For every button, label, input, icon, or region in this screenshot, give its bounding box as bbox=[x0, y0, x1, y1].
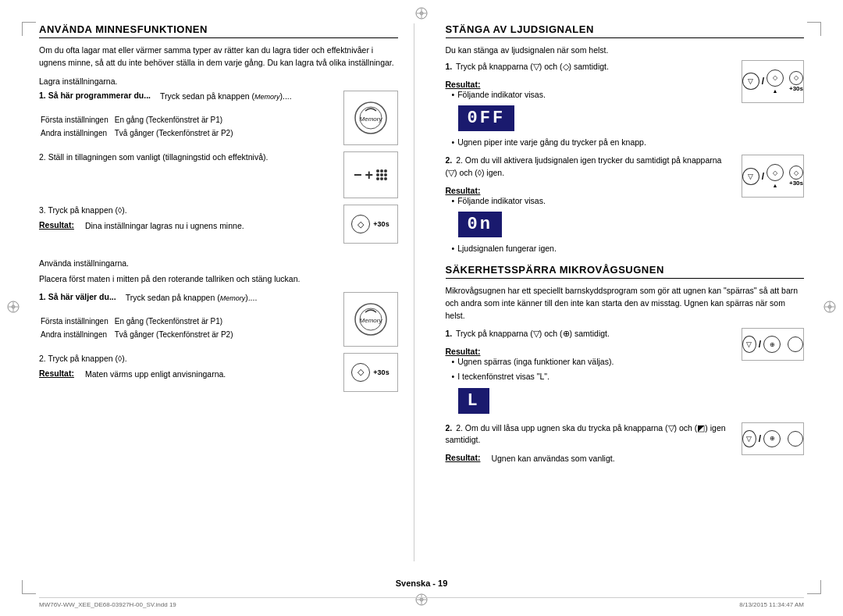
ljud-bullet1: Följande indikator visas. bbox=[446, 89, 736, 101]
step1-label: 1. Så här programmerar du... bbox=[39, 91, 151, 100]
display-on: 0n bbox=[458, 212, 502, 237]
step2b-content: 2. Tryck på knappen (◊). Resultat: Maten… bbox=[39, 353, 337, 387]
placera-text: Placera först maten i mitten på den rote… bbox=[39, 273, 398, 286]
saker-bullet1: Ugnen spärras (inga funktioner kan välja… bbox=[446, 356, 736, 369]
ljud-step2-row: 2. 2. Om du vill aktivera ljudsignalen i… bbox=[446, 155, 805, 258]
memory-button-box-2: Memory bbox=[343, 292, 398, 347]
saker-bullet2: I teckenfönstret visas "L". bbox=[446, 371, 736, 383]
down-arrow-circle-icon: ▽ bbox=[742, 73, 759, 90]
margin-mark-tl bbox=[22, 22, 36, 36]
memory-button-icon: Memory bbox=[353, 100, 389, 136]
result2-row: Resultat: Maten värms upp enligt anvisni… bbox=[39, 369, 337, 387]
right-section-title2: SÄKERHETSSPÄRRA MIKROVÅGSUGNEN bbox=[446, 264, 805, 279]
result-label: Resultat: bbox=[39, 220, 74, 230]
small-label: ▲ bbox=[773, 88, 778, 94]
ljud-intro: Du kan stänga av ljudsignalen när som he… bbox=[446, 45, 805, 57]
memory-button-icon-2: Memory bbox=[353, 301, 389, 337]
ljud-step1-text: 1. Tryck på knapparna (▽) och (◇) samtid… bbox=[446, 60, 736, 73]
ljud-step2-content: 2. 2. Om du vill aktivera ljudsignalen i… bbox=[446, 155, 736, 258]
result-row: Resultat: Dina inställningar lagras nu i… bbox=[39, 220, 337, 239]
table-cell: Första inställningen bbox=[41, 315, 113, 327]
step1-header: 1. Så här programmerar du... Tryck sedan… bbox=[39, 91, 337, 109]
saker-icon-box2: ▽ / ⊕ bbox=[742, 422, 804, 455]
controls-box: − + bbox=[343, 151, 398, 198]
step1-tryck: Tryck sedan på knappen (Memory).... bbox=[160, 91, 292, 103]
saker-step1-text: 1. Tryck på knapparna (▽) och (⊕) samtid… bbox=[446, 328, 736, 340]
step3-text: 3. Tryck på knappen (◊). bbox=[39, 205, 337, 217]
right-section-title1: STÄNGA AV LJUDSIGNALEN bbox=[446, 23, 805, 38]
diamond-icon-2: ◇ bbox=[357, 367, 364, 377]
step1b-table: Första inställningen En gång (Teckenföns… bbox=[39, 314, 239, 342]
table-cell: Första inställningen bbox=[41, 114, 113, 126]
step1b-header: 1. Så här väljer du... Tryck sedan på kn… bbox=[39, 292, 337, 311]
table-cell: En gång (Teckenfönstret är P1) bbox=[115, 114, 238, 126]
ljud-step1-row: 1. Tryck på knapparna (▽) och (◇) samtid… bbox=[446, 60, 805, 151]
slash-icon-2: / bbox=[762, 171, 764, 182]
down-arrow-circle-icon-3: ▽ bbox=[742, 336, 756, 353]
saker-step1-row: 1. Tryck på knapparna (▽) och (⊕) samtid… bbox=[446, 328, 805, 418]
left-compass-icon bbox=[6, 300, 20, 317]
down-arrow-circle-icon-4: ▽ bbox=[742, 430, 756, 447]
plus30-label: +30s bbox=[373, 220, 389, 228]
ljud-icon-box1: ▽ / ◇ ▲ ◇ +30s bbox=[742, 60, 804, 103]
step3-content: 3. Tryck på knappen (◊). Resultat: Dina … bbox=[39, 205, 337, 239]
ljud-bullet2: Ugnen piper inte varje gång du trycker p… bbox=[446, 137, 736, 149]
step1-table: Första inställningen En gång (Teckenföns… bbox=[39, 112, 239, 141]
diamond-circle-icon: ◇ bbox=[767, 69, 784, 87]
plus30s-text: +30s bbox=[789, 85, 803, 92]
saker-result2-label: Resultat: bbox=[446, 453, 481, 462]
diamond-icon: ◇ bbox=[357, 219, 364, 230]
plus30-circle-icon: ◇ bbox=[789, 71, 803, 85]
ljud-icon-box2: ▽ / ◇ ▲ ◇ +30s bbox=[742, 155, 804, 198]
main-content: ANVÄNDA MINNESFUNKTIONEN Om du ofta laga… bbox=[0, 0, 843, 569]
table-cell: Två gånger (Teckenfönstret är P2) bbox=[115, 329, 238, 340]
step1b-row: 1. Så här väljer du... Tryck sedan på kn… bbox=[39, 292, 398, 347]
small-label-2: ▲ bbox=[773, 183, 778, 188]
lock-circle-icon-2: ⊕ bbox=[763, 430, 781, 447]
display-l: L bbox=[458, 388, 489, 414]
saker-step2-row: 2. 2. Om du vill låsa upp ugnen ska du t… bbox=[446, 422, 805, 472]
bottom-bar-left: MW76V-WW_XEE_DE68-03927H-00_SV.indd 19 bbox=[39, 601, 176, 608]
step2-content: 2. Ställ in tillagningen som vanligt (ti… bbox=[39, 151, 337, 170]
down-arrow-circle-icon-2: ▽ bbox=[742, 168, 759, 185]
step1-row: 1. Så här programmerar du... Tryck sedan… bbox=[39, 91, 398, 145]
step2b-text: 2. Tryck på knappen (◊). bbox=[39, 353, 337, 365]
dot-grid-icon bbox=[376, 169, 387, 180]
bottom-bar-right: 8/13/2015 11:34:47 AM bbox=[739, 601, 804, 608]
bottom-bar: MW76V-WW_XEE_DE68-03927H-00_SV.indd 19 8… bbox=[39, 597, 804, 608]
table-row: Andra inställningen Två gånger (Teckenfö… bbox=[41, 127, 237, 139]
diamond-circle-icon-2: ◇ bbox=[767, 164, 784, 181]
step1b-content: 1. Så här väljer du... Tryck sedan på kn… bbox=[39, 292, 337, 342]
right-compass-icon bbox=[823, 300, 837, 317]
anvanda-title: Använda inställningarna. bbox=[39, 258, 398, 270]
saker-step2-content: 2. 2. Om du vill låsa upp ugnen ska du t… bbox=[446, 422, 736, 472]
saker-step1-content: 1. Tryck på knapparna (▽) och (⊕) samtid… bbox=[446, 328, 736, 418]
svg-text:Memory: Memory bbox=[359, 116, 382, 123]
footer-text: Svenska - 19 bbox=[396, 579, 448, 588]
slash-icon: / bbox=[762, 76, 764, 87]
left-column: ANVÄNDA MINNESFUNKTIONEN Om du ofta laga… bbox=[39, 23, 414, 561]
table-cell: Andra inställningen bbox=[41, 329, 113, 340]
table-cell: En gång (Teckenfönstret är P1) bbox=[115, 315, 238, 327]
result2-text: Maten värms upp enligt anvisningarna. bbox=[85, 369, 226, 381]
plus-icon: + bbox=[365, 167, 374, 183]
display-off: 0FF bbox=[458, 105, 515, 131]
result-text: Dina inställningar lagras nu i ugnens mi… bbox=[85, 220, 244, 233]
step1-content: 1. Så här programmerar du... Tryck sedan… bbox=[39, 91, 337, 141]
step1b-label: 1. Så här väljer du... bbox=[39, 292, 116, 301]
step2-row: 2. Ställ in tillagningen som vanligt (ti… bbox=[39, 151, 398, 198]
margin-mark-tr bbox=[807, 22, 821, 36]
ljud-bullet4: Ljudsignalen fungerar igen. bbox=[446, 243, 736, 255]
step1b-tryck: Tryck sedan på knappen (Memory).... bbox=[126, 292, 258, 304]
table-cell: Andra inställningen bbox=[41, 127, 113, 139]
plus30s-box: ◇ +30s bbox=[343, 205, 398, 244]
minus-icon: − bbox=[354, 167, 362, 183]
down-arrow-icon: ▽ bbox=[533, 62, 539, 71]
table-row: Första inställningen En gång (Teckenföns… bbox=[41, 114, 237, 126]
ljud-step1-content: 1. Tryck på knapparna (▽) och (◇) samtid… bbox=[446, 60, 736, 151]
saker-step2-text: 2. 2. Om du vill låsa upp ugnen ska du t… bbox=[446, 422, 736, 447]
step2-text: 2. Ställ in tillagningen som vanligt (ti… bbox=[39, 151, 337, 164]
top-compass-icon bbox=[414, 6, 429, 23]
memory-button-box: Memory bbox=[343, 91, 398, 145]
ljud-result1-label: Resultat: bbox=[446, 80, 736, 89]
